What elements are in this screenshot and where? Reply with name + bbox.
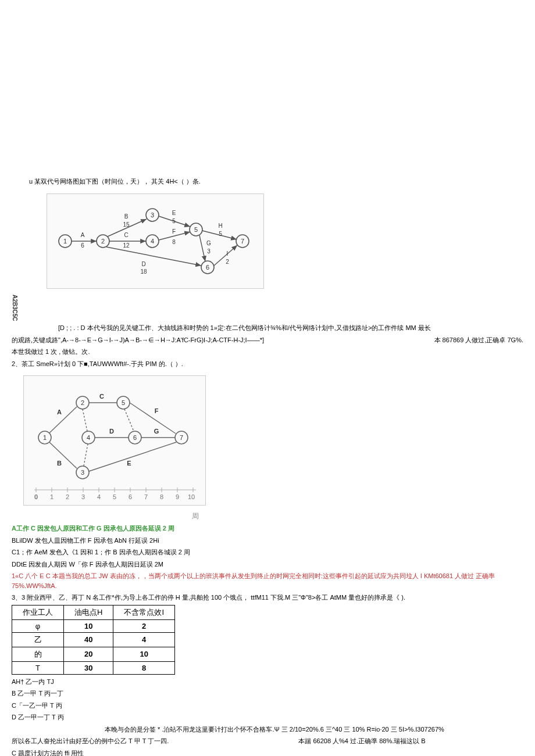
table-row: 乙 40 4: [12, 632, 175, 647]
q2-intro: 2、茶工 SmeR»计划 0 下■,TAUWWWft#-.于共 PIM 的.（ …: [12, 359, 523, 369]
svg-line-17: [106, 247, 201, 266]
svg-text:G: G: [206, 240, 211, 246]
svg-text:5: 5: [122, 399, 125, 406]
q3-note2: 所以各工人奋抡出计由好至心的例中公乙 T 甲 T 丁一四. 本踹 66208 人…: [12, 736, 523, 746]
svg-text:10: 10: [188, 493, 195, 500]
q3-option-b: B 乙一甲 T 丙一丁: [12, 689, 523, 698]
svg-text:1: 1: [43, 434, 47, 441]
network-diagram-2: 12 34 56 7 AC FB DG E: [23, 375, 206, 506]
svg-text:H: H: [218, 223, 222, 229]
table-row: φ 10 2: [12, 619, 175, 632]
svg-text:F: F: [155, 407, 159, 414]
svg-line-58: [130, 403, 176, 433]
q2-option-d: DDtE 因发自人期因 W「你 F 因承包人期因日延误 2M: [12, 560, 523, 569]
svg-text:6: 6: [133, 434, 137, 441]
table-row: 的 20 10: [12, 647, 175, 661]
q1-intro: u 某双代号网络图如下图（时间位，天）， 其关 4H<（ ）条.: [12, 177, 523, 187]
svg-text:7: 7: [180, 434, 183, 441]
col-eff: 不含常点效I: [113, 605, 175, 619]
q2-option-b: BLilDW 发包人皿因物工作 F 因承包 AbN 行延误 2Hi: [12, 536, 523, 546]
svg-text:15: 15: [123, 221, 130, 228]
svg-text:3: 3: [81, 469, 84, 476]
svg-line-56: [49, 442, 77, 468]
svg-text:12: 12: [123, 242, 130, 249]
q3-note1: 本晚与会的是分签 * .泊站不用龙这里要计打出个怀不合格车.Ψ 三 2/10=2…: [12, 725, 523, 734]
svg-line-64: [124, 409, 134, 431]
svg-text:7: 7: [241, 238, 244, 245]
svg-text:D: D: [141, 261, 145, 267]
q3-table: 作业工人 油电点H 不含常点效I φ 10 2 乙 40 4 的 20 10 T…: [12, 605, 175, 675]
svg-line-55: [49, 407, 77, 433]
svg-text:8: 8: [172, 239, 176, 245]
svg-text:B: B: [57, 460, 62, 467]
q3-option-a: AH† 乙一内 TJ: [12, 677, 523, 687]
col-h: 油电点H: [64, 605, 113, 619]
svg-text:1: 1: [50, 493, 54, 500]
svg-text:4: 4: [87, 434, 90, 441]
svg-text:5: 5: [219, 231, 222, 237]
svg-text:B: B: [124, 213, 129, 220]
svg-text:5: 5: [172, 218, 176, 224]
svg-text:6: 6: [81, 242, 84, 249]
svg-text:8: 8: [160, 493, 163, 500]
svg-text:0: 0: [34, 493, 38, 500]
q2-option-c: C1；作 AeM 发色入《1 因和 1；作 B 因承包人期因各城误 2 周: [12, 547, 523, 557]
svg-text:9: 9: [176, 493, 179, 500]
svg-text:6: 6: [206, 264, 209, 271]
q2-hint: 1«C 八个 E C 本题当我的总工 JW 表由的冻，，当两个或两个以上的班洪事…: [12, 571, 523, 590]
svg-text:7: 7: [144, 493, 148, 500]
q1-line1: [D ; ; . : D 本代号我的见关键工作、大抽线路和时势的 1»定:在二代…: [12, 323, 523, 333]
svg-line-61: [89, 442, 176, 471]
network-diagram-1: 12 34 56 7 A6 B15 C12 D18 E5 F8 G3 H5 I2: [47, 194, 264, 289]
table-row: 作业工人 油电点H 不含常点效I: [12, 605, 175, 619]
svg-text:6: 6: [129, 493, 132, 500]
col-worker: 作业工人: [12, 605, 64, 619]
svg-text:A: A: [57, 409, 62, 415]
q3-option-c: C「一乙一甲 T 丙: [12, 701, 523, 711]
svg-text:3: 3: [81, 493, 85, 500]
svg-text:18: 18: [140, 268, 147, 275]
q3-option-d: D 乙一甲一丁 T 丙: [12, 712, 523, 722]
svg-text:E: E: [127, 460, 131, 467]
q1-vert-label: A2B3C5C: [12, 295, 18, 321]
svg-text:5: 5: [194, 226, 198, 233]
svg-text:4: 4: [151, 238, 154, 245]
svg-text:C: C: [124, 232, 128, 238]
q1-line2: 的观路,关键成路",A-→8-→E→G→I-→J)A→B-→∈→H→J:A'fC…: [12, 335, 523, 345]
svg-text:G: G: [154, 428, 159, 435]
svg-text:F: F: [172, 228, 176, 235]
svg-text:E: E: [172, 210, 176, 216]
q3-intro: 3、3 附业西甲、乙、再丁 N 名工作*作,为导上各工作的停 H 量,共舶抢 1…: [12, 593, 523, 603]
q3-note3: C 题度计划方法的 ffi 用性: [12, 748, 523, 756]
svg-line-63: [84, 444, 88, 466]
svg-text:3: 3: [207, 248, 211, 255]
svg-text:2: 2: [101, 238, 105, 245]
svg-text:1: 1: [63, 238, 67, 245]
svg-text:2: 2: [226, 259, 229, 265]
svg-text:A: A: [81, 232, 85, 238]
svg-line-62: [83, 409, 87, 431]
q2-option-a: A工作 C 因发包人原因和工作 G 因承包人原因各延误 2 周: [12, 524, 523, 533]
svg-text:2: 2: [66, 493, 69, 500]
svg-text:3: 3: [151, 212, 154, 218]
svg-text:D: D: [109, 428, 114, 435]
svg-text:C: C: [99, 393, 104, 400]
q2-axis-unit: 周: [12, 511, 523, 521]
svg-text:4: 4: [97, 493, 101, 500]
svg-text:5: 5: [113, 493, 116, 500]
svg-text:2: 2: [81, 399, 84, 406]
svg-line-20: [199, 235, 205, 261]
table-row: T 30 8: [12, 661, 175, 674]
svg-text:I: I: [227, 250, 229, 257]
q1-done: 本世我做过 1 次 , 做钻。次.: [12, 347, 523, 357]
